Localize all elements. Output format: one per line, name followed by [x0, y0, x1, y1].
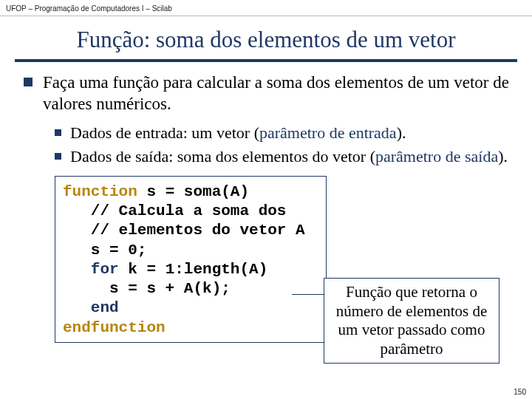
- bullet-level1: Faça uma função para calcular a soma dos…: [24, 72, 513, 115]
- sub2-pre: Dados de saída: soma dos elementos do ve…: [70, 147, 375, 166]
- code-l1b: s = soma(A): [137, 183, 249, 200]
- sub2-post: ).: [498, 147, 508, 166]
- sub1-em: parâmetro de entrada: [259, 123, 397, 142]
- sub1-post: ).: [397, 123, 406, 142]
- callout-box: Função que retorna o número de elementos…: [324, 278, 499, 364]
- bullet-level2: Dados de entrada: um vetor (parâmetro de…: [55, 123, 513, 143]
- callout-connector-line: [292, 294, 324, 295]
- sub1-text: Dados de entrada: um vetor (parâmetro de…: [70, 123, 406, 143]
- sub-bullets: Dados de entrada: um vetor (parâmetro de…: [55, 123, 513, 167]
- page-number: 150: [514, 388, 526, 396]
- sub2-text: Dados de saída: soma dos elementos do ve…: [70, 146, 508, 167]
- bullet1-text: Faça uma função para calcular a soma dos…: [43, 72, 513, 115]
- sub2-em: parâmetro de saída: [375, 147, 498, 166]
- title-rule: [15, 59, 517, 62]
- code-l6: s = s + A(k);: [63, 280, 231, 297]
- sub1-pre: Dados de entrada: um vetor (: [70, 123, 259, 142]
- code-l5b: k = 1:length(A): [119, 261, 268, 278]
- square-bullet-icon: [55, 153, 61, 160]
- code-kw-for: for: [63, 261, 119, 278]
- code-kw-endfunction: endfunction: [63, 319, 166, 336]
- code-block: function s = soma(A) // Calcula a soma d…: [55, 176, 327, 343]
- course-header: UFOP – Programação de Computadores I – S…: [0, 0, 532, 16]
- code-l4: s = 0;: [63, 242, 146, 259]
- square-bullet-icon: [55, 129, 61, 136]
- bullet-level2: Dados de saída: soma dos elementos do ve…: [55, 146, 513, 167]
- code-l2: // Calcula a soma dos: [63, 202, 286, 219]
- code-l3: // elementos do vetor A: [63, 222, 305, 239]
- code-kw-end: end: [63, 299, 119, 316]
- slide-title: Função: soma dos elementos de um vetor: [0, 16, 532, 59]
- code-kw-function: function: [63, 183, 137, 200]
- square-bullet-icon: [24, 78, 33, 86]
